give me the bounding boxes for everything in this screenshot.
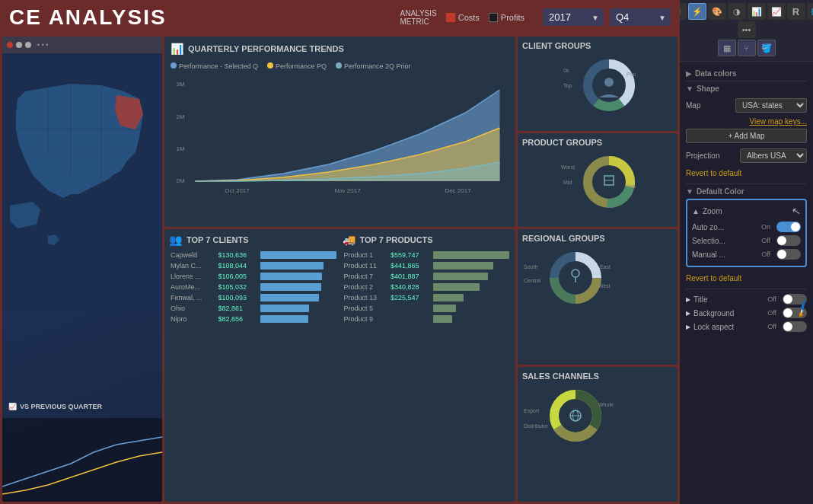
lock-aspect-setting-label: Lock aspect xyxy=(693,323,734,331)
selection-value: Off xyxy=(761,237,770,244)
toolbar-icon-r[interactable]: R xyxy=(787,3,805,20)
top-clients-table: Capweld $130,636 Mylan C... $108,044 Llo… xyxy=(169,249,338,325)
selection-knob xyxy=(777,236,786,245)
top-clients-title: 👥 TOP 7 CLIENTS xyxy=(169,234,338,246)
revert-default-1-container: Revert to default xyxy=(686,165,807,180)
year-dropdown-wrapper[interactable]: 2017 2016 2018 xyxy=(543,8,604,26)
sales-donut-svg: Export Wholesale Distributor xyxy=(522,384,614,445)
toolbar-icon-globe[interactable]: 🌐 xyxy=(807,3,814,20)
svg-text:0k: 0k xyxy=(563,68,569,73)
legend-dot-1: Performance - Selected Q xyxy=(171,58,258,72)
title-toggle[interactable] xyxy=(783,294,807,305)
toolbar-icon-dots[interactable]: ••• xyxy=(738,21,756,38)
toolbar-icon-chart1[interactable]: 📊 xyxy=(748,3,766,20)
settings-content: ▶ Data colors ▼ Shape Map USA: states US… xyxy=(680,62,813,504)
svg-text:3M: 3M xyxy=(177,81,185,88)
main-grid: • • • xyxy=(0,34,680,504)
map-chrome: • • • xyxy=(2,37,162,53)
trends-panel: 📊 QUARTERLY PERFORMANCE TRENDS Performan… xyxy=(164,37,515,227)
year-dropdown[interactable]: 2017 2016 2018 xyxy=(543,8,604,26)
svg-text:Top: Top xyxy=(563,83,572,89)
shape-header[interactable]: ▼ Shape xyxy=(686,85,807,93)
profits-legend: Profits xyxy=(489,13,524,22)
toolbar-icon-chart2[interactable]: 📈 xyxy=(767,3,786,20)
map-setting-row: Map USA: states USA: counties World xyxy=(686,96,807,115)
default-color-chevron: ▼ xyxy=(686,187,693,196)
header: CE ANALYSIS ANALYSIS METRIC Costs Profit… xyxy=(0,0,680,34)
table-row: Nipro $82,656 xyxy=(171,314,336,324)
lock-aspect-toggle[interactable] xyxy=(783,321,807,332)
bottom-tables-panel: 👥 TOP 7 CLIENTS Capweld $130,636 Mylan C… xyxy=(164,229,515,502)
background-toggle[interactable] xyxy=(783,308,807,318)
svg-text:Distributor: Distributor xyxy=(524,423,549,429)
background-row: ▶ Background Off 🖌️ xyxy=(686,306,807,320)
client-groups-title: CLIENT GROUPS xyxy=(522,41,673,50)
legend-dot-3: Performance 2Q Prior xyxy=(336,58,411,72)
lock-aspect-control: Off xyxy=(767,321,807,332)
manual-toggle[interactable] xyxy=(776,249,801,260)
map-max[interactable] xyxy=(25,42,31,48)
page-title: CE ANALYSIS xyxy=(9,5,167,30)
quarter-dropdown-wrapper[interactable]: Q4 Q1 Q2 Q3 xyxy=(610,8,671,26)
background-label-wrapper: ▶ Background xyxy=(686,309,734,317)
zoom-chevron: ▲ xyxy=(692,207,700,215)
regional-donut-svg: South Central East West xyxy=(522,246,614,307)
product-groups-title: PRODUCT GROUPS xyxy=(522,138,673,147)
auto-zoom-toggle[interactable] xyxy=(776,222,801,232)
view-map-keys-link[interactable]: View map keys... xyxy=(750,117,807,126)
toolbar-row-3: ▦ ⑂ 🪣 xyxy=(718,40,776,56)
toolbar-icon-filter[interactable]: ⚡ xyxy=(688,3,706,20)
zoom-header[interactable]: ▲ Zoom ↖ xyxy=(692,205,801,217)
divider-2 xyxy=(686,183,807,184)
map-select[interactable]: USA: states USA: counties World xyxy=(735,98,807,113)
data-colors-header[interactable]: ▶ Data colors xyxy=(686,69,807,78)
svg-text:1M: 1M xyxy=(177,145,185,152)
data-colors-chevron: ▶ xyxy=(686,69,692,78)
client-groups-panel: CLIENT GROUPS 0k Top Poor xyxy=(518,37,678,131)
background-value: Off xyxy=(767,309,776,317)
table-row: Mylan C... $108,044 xyxy=(171,261,336,270)
map-close[interactable] xyxy=(7,42,13,48)
quarter-dropdown[interactable]: Q4 Q1 Q2 Q3 xyxy=(610,8,671,26)
header-legend: ANALYSIS METRIC Costs Profits xyxy=(400,9,524,26)
shape-chevron: ▼ xyxy=(686,85,693,93)
projection-select[interactable]: Albers USA Mercator Orthographic xyxy=(740,148,807,163)
toolbar-icon-bucket[interactable]: 🪣 xyxy=(757,40,776,56)
table-row: AuroMe... $105,032 xyxy=(171,282,336,292)
map-panel: • • • xyxy=(2,37,162,502)
auto-zoom-row: Auto zo... On xyxy=(692,220,801,234)
toolbar-icon-format[interactable]: 🎨 xyxy=(708,3,726,20)
manual-label: Manual ... xyxy=(692,250,725,259)
map-setting-label: Map xyxy=(686,101,700,110)
lock-aspect-chevron: ▶ xyxy=(686,324,690,330)
table-row: Llorens ... $106,005 xyxy=(171,272,336,281)
default-color-header[interactable]: ▼ Default Color xyxy=(686,187,807,196)
svg-text:East: East xyxy=(600,264,611,270)
table-row: Product 11 $441,865 xyxy=(344,261,510,270)
map-min[interactable] xyxy=(16,42,22,48)
sales-donut-container: Export Wholesale Distributor xyxy=(522,384,673,445)
revert-default-2[interactable]: Revert to default xyxy=(686,273,741,284)
regional-donut-container: South Central East West xyxy=(522,246,673,307)
toolbar-icon-funnel[interactable]: ⑂ xyxy=(738,40,756,56)
vs-label-container: 📈 VS PREVIOUS QUARTER xyxy=(8,403,102,410)
svg-text:Best: Best xyxy=(626,183,636,189)
add-map-button[interactable]: + Add Map xyxy=(686,129,807,143)
toolbar-icon-table[interactable]: ▦ xyxy=(718,40,736,56)
settings-toolbar: ⊞ ⚡ 🎨 ◑ 📊 📈 R 🌐 ••• ▦ ⑂ 🪣 xyxy=(680,0,813,62)
revert-default-1[interactable]: Revert to default xyxy=(686,167,741,179)
revert-default-2-container: Revert to default xyxy=(686,270,807,285)
svg-text:Central: Central xyxy=(524,278,541,283)
sparkline-svg xyxy=(2,418,162,502)
title-value: Off xyxy=(767,295,776,303)
table-row: Product 1 $559,747 xyxy=(344,250,510,260)
view-map-keys-container: View map keys... xyxy=(686,115,807,127)
svg-text:Nov 2017: Nov 2017 xyxy=(334,187,361,194)
background-setting-label: Background xyxy=(693,309,734,317)
toolbar-icon-arc[interactable]: ◑ xyxy=(728,3,746,20)
svg-text:Oct 2017: Oct 2017 xyxy=(225,187,250,194)
selection-toggle[interactable] xyxy=(776,235,801,246)
svg-point-23 xyxy=(604,78,614,87)
sparkline-container xyxy=(2,418,162,502)
toolbar-icon-grid[interactable]: ⊞ xyxy=(680,3,687,20)
